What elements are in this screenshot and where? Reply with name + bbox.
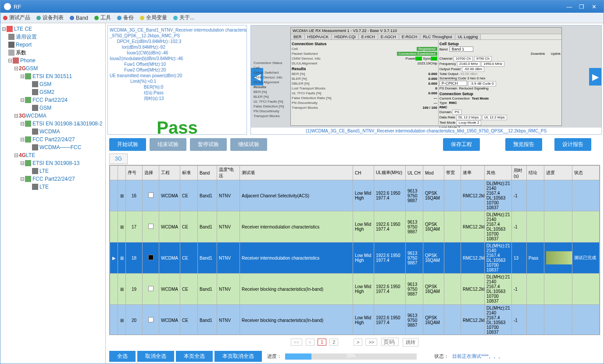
maximize-button[interactable]: ❐ — [575, 4, 588, 10]
stop-test-button[interactable]: 结束试验 — [150, 138, 186, 151]
tree-general-settings[interactable]: 通用设置 — [16, 33, 37, 40]
preview-report-button[interactable]: 预览报告 — [505, 138, 542, 151]
table-row[interactable]: ⊞16WCDMACEBand1NTNVAdjacent Channel Sele… — [110, 180, 600, 211]
expand-icon[interactable]: ⊞ — [120, 225, 124, 229]
pager-last[interactable]: >> — [365, 339, 377, 346]
tree-gsm-fcc-sub[interactable]: GSM — [39, 104, 51, 111]
tree-4g[interactable]: 4G — [19, 152, 26, 159]
tree-gsm-fcc[interactable]: FCC Part22/24 — [32, 96, 68, 103]
toolbar-item[interactable]: 设备列表 — [36, 14, 64, 21]
column-header[interactable]: 测试项 — [240, 166, 353, 180]
page-select-all-button[interactable]: 本页全选 — [176, 351, 213, 362]
save-project-button[interactable]: 保存工程 — [443, 138, 480, 151]
table-row[interactable]: ⊞19WCDMACEBand1NTNVReceiver blocking cha… — [110, 274, 600, 305]
column-header[interactable] — [110, 166, 118, 180]
column-header[interactable]: Band — [198, 166, 217, 180]
instr-tab[interactable]: E-HICH — [359, 34, 378, 39]
instr-tabs[interactable]: BERHSDPAACKHSDPA CQIE-HICHE-AGCHE-RGCHRL… — [291, 34, 561, 40]
column-header[interactable]: 其他 — [485, 166, 512, 180]
tree-wcdma-sub[interactable]: WCDMA — [39, 128, 60, 135]
tree-lte-sub1[interactable]: LTE — [39, 168, 49, 175]
design-report-button[interactable]: 设计报告 — [554, 138, 591, 151]
toolbar-label: 全局变量 — [146, 14, 167, 21]
select-checkbox[interactable] — [148, 317, 154, 322]
tree-wcdma-fcc[interactable]: FCC Part22/24/27 — [32, 136, 75, 143]
toolbar-item[interactable]: 备份 — [117, 14, 134, 21]
tree-gsm-sub1[interactable]: GSM — [39, 81, 51, 88]
tree-report[interactable]: Report — [16, 41, 32, 48]
select-checkbox[interactable] — [148, 255, 154, 260]
next-screenshot-button[interactable]: ▶ — [589, 68, 601, 86]
pager-jump[interactable]: 跳转 — [403, 338, 418, 346]
toolbar-item[interactable]: 测试产品 — [3, 14, 30, 21]
results-grid[interactable]: 序号选择工程标准Band温度*电压测试项CHUL频率(MHz)UL CHMod带… — [109, 165, 600, 335]
column-header[interactable]: Mod — [423, 166, 444, 180]
pager-input[interactable] — [381, 338, 399, 346]
tree-wcdma-fcc-sub[interactable]: WCDMA——FCC — [39, 144, 81, 151]
tree-gsm-sub2[interactable]: GSM2 — [39, 89, 54, 96]
table-row[interactable]: ⊞20WCDMACEBand1NTNVReceiver blocking cha… — [110, 305, 600, 335]
expand-icon[interactable]: ⊞ — [120, 193, 124, 198]
instr-tab[interactable]: E-RGCH — [399, 34, 421, 39]
column-header[interactable]: 温度*电压 — [217, 166, 240, 180]
instr-tab[interactable]: UL Logging — [455, 34, 481, 39]
toolbar-item[interactable]: 关于... — [173, 14, 194, 21]
table-row[interactable]: ▶⊞18WCDMACEBand1NTNVReceiver intermodula… — [110, 243, 600, 274]
instr-tab[interactable]: BER — [291, 34, 305, 39]
column-header[interactable]: 选择 — [143, 166, 159, 180]
column-header[interactable]: UL频率(MHz) — [374, 166, 406, 180]
expand-icon[interactable]: ⊞ — [120, 256, 124, 261]
pager-prev[interactable]: < — [306, 339, 315, 346]
expand-icon[interactable]: ⊞ — [120, 318, 124, 323]
select-all-button[interactable]: 全选 — [109, 351, 136, 362]
column-header[interactable]: 进度 — [544, 166, 572, 180]
continue-test-button[interactable]: 继续试验 — [230, 138, 267, 151]
pause-test-button[interactable]: 暂停试验 — [190, 138, 227, 151]
column-header[interactable]: CH — [353, 166, 374, 180]
minimize-button[interactable]: — — [563, 4, 575, 10]
tree-lte-fcc[interactable]: FCC Part22/24/27 — [32, 175, 75, 182]
pager-page-2[interactable]: 2 — [329, 339, 338, 346]
tree-wcdma-etsi[interactable]: ETSI EN 301908-1&301908-2 — [32, 120, 102, 127]
toolbar-item[interactable]: 工具 — [94, 14, 111, 21]
tree-sysparam[interactable]: 系数 — [16, 49, 26, 56]
instr-tab[interactable]: RLC Throughput — [420, 34, 455, 39]
toolbar-item[interactable]: Band — [70, 15, 88, 21]
close-button[interactable]: ✕ — [588, 4, 600, 10]
tree-lte-sub2[interactable]: LTE — [39, 183, 49, 190]
start-test-button[interactable]: 开始试验 — [109, 138, 146, 151]
column-header[interactable]: 用时(s) — [512, 166, 527, 180]
column-header[interactable]: 状态 — [572, 166, 600, 180]
column-header[interactable]: 带宽 — [444, 166, 461, 180]
column-header[interactable]: 结论 — [527, 166, 544, 180]
instr-tab[interactable]: E-AGCH — [378, 34, 399, 39]
pager-next[interactable]: > — [354, 339, 362, 346]
toolbar-item[interactable]: 全局变量 — [140, 14, 167, 21]
test-tree[interactable]: ⊟LTE CE 通用设置 Report 系数 ⊟Phone ⊟2G GSM ⊟E… — [0, 23, 106, 364]
column-header[interactable]: 工程 — [159, 166, 180, 180]
column-header[interactable]: 速率 — [461, 166, 485, 180]
pager-first[interactable]: << — [291, 339, 303, 346]
tree-3g[interactable]: 3G — [19, 112, 26, 119]
tab-3g[interactable]: 3G — [109, 153, 128, 164]
pager-page-1[interactable]: 1 — [318, 339, 326, 346]
expand-icon[interactable]: ⊞ — [120, 287, 124, 292]
select-checkbox[interactable] — [148, 286, 154, 291]
tree-phone[interactable]: Phone — [20, 57, 36, 64]
table-row[interactable]: ⊞17WCDMACEBand1NTNVReceiver intermodulat… — [110, 211, 600, 243]
select-checkbox[interactable] — [148, 193, 154, 198]
tree-2g[interactable]: 2G — [19, 65, 26, 72]
band-select[interactable]: Band 1 — [450, 46, 474, 52]
column-header[interactable]: 序号 — [126, 166, 143, 180]
column-header[interactable]: 标准 — [180, 166, 198, 180]
column-header[interactable] — [118, 166, 126, 180]
page-deselect-all-button[interactable]: 本页取消全选 — [214, 351, 262, 362]
tree-root[interactable]: LTE CE — [14, 25, 32, 32]
instr-tab[interactable]: HSDPAACK — [305, 34, 332, 39]
instr-tab[interactable]: HSDPA CQI — [332, 34, 358, 39]
select-checkbox[interactable] — [148, 224, 154, 229]
tree-lte-etsi[interactable]: ETSI EN 301908-13 — [32, 160, 79, 167]
tree-gsm-etsi[interactable]: ETSI EN 301511 — [32, 73, 72, 80]
deselect-all-button[interactable]: 取消全选 — [137, 351, 174, 362]
column-header[interactable]: UL CH — [406, 166, 423, 180]
